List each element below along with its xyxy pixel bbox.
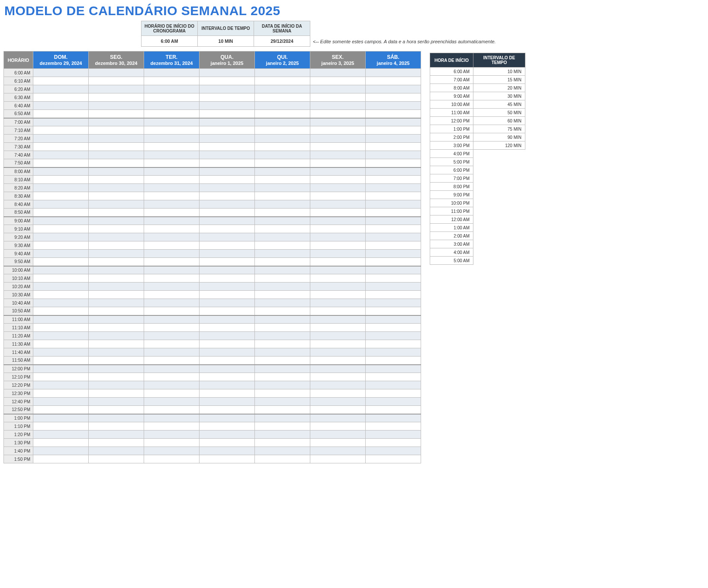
schedule-cell[interactable] — [33, 422, 89, 431]
schedule-cell[interactable] — [310, 266, 366, 274]
schedule-cell[interactable] — [255, 69, 310, 77]
schedule-cell[interactable] — [200, 118, 255, 126]
schedule-cell[interactable] — [200, 258, 255, 266]
schedule-cell[interactable] — [366, 439, 421, 447]
schedule-cell[interactable] — [89, 266, 144, 274]
schedule-cell[interactable] — [366, 307, 421, 315]
schedule-cell[interactable] — [144, 315, 200, 324]
schedule-cell[interactable] — [200, 151, 255, 159]
schedule-cell[interactable] — [89, 192, 144, 200]
schedule-cell[interactable] — [200, 315, 255, 324]
config-value-start-time[interactable]: 6:00 AM — [142, 36, 198, 47]
schedule-cell[interactable] — [33, 135, 89, 143]
schedule-cell[interactable] — [89, 389, 144, 398]
schedule-cell[interactable] — [255, 447, 310, 455]
schedule-cell[interactable] — [33, 398, 89, 406]
schedule-cell[interactable] — [200, 291, 255, 299]
schedule-cell[interactable] — [200, 340, 255, 348]
schedule-cell[interactable] — [200, 348, 255, 357]
schedule-cell[interactable] — [33, 126, 89, 135]
schedule-cell[interactable] — [255, 233, 310, 241]
schedule-cell[interactable] — [200, 192, 255, 200]
schedule-cell[interactable] — [366, 447, 421, 455]
schedule-cell[interactable] — [144, 348, 200, 357]
schedule-cell[interactable] — [33, 167, 89, 176]
schedule-cell[interactable] — [255, 217, 310, 225]
schedule-cell[interactable] — [144, 217, 200, 225]
schedule-cell[interactable] — [33, 217, 89, 225]
schedule-cell[interactable] — [310, 118, 366, 126]
schedule-cell[interactable] — [366, 422, 421, 431]
schedule-cell[interactable] — [33, 209, 89, 217]
schedule-cell[interactable] — [144, 176, 200, 184]
schedule-cell[interactable] — [200, 250, 255, 258]
schedule-cell[interactable] — [200, 167, 255, 176]
schedule-cell[interactable] — [144, 274, 200, 283]
schedule-cell[interactable] — [33, 414, 89, 422]
schedule-cell[interactable] — [310, 69, 366, 77]
schedule-cell[interactable] — [366, 241, 421, 250]
schedule-cell[interactable] — [89, 283, 144, 291]
schedule-cell[interactable] — [33, 447, 89, 455]
schedule-cell[interactable] — [366, 233, 421, 241]
schedule-cell[interactable] — [144, 455, 200, 463]
schedule-cell[interactable] — [310, 422, 366, 431]
schedule-cell[interactable] — [366, 225, 421, 233]
schedule-cell[interactable] — [200, 184, 255, 192]
schedule-cell[interactable] — [255, 192, 310, 200]
schedule-cell[interactable] — [366, 266, 421, 274]
schedule-cell[interactable] — [144, 126, 200, 135]
schedule-cell[interactable] — [366, 85, 421, 93]
schedule-cell[interactable] — [255, 291, 310, 299]
schedule-cell[interactable] — [255, 241, 310, 250]
schedule-cell[interactable] — [310, 348, 366, 357]
schedule-cell[interactable] — [144, 414, 200, 422]
schedule-cell[interactable] — [200, 455, 255, 463]
schedule-cell[interactable] — [366, 373, 421, 381]
schedule-cell[interactable] — [366, 69, 421, 77]
schedule-cell[interactable] — [366, 398, 421, 406]
schedule-cell[interactable] — [200, 159, 255, 167]
schedule-cell[interactable] — [89, 176, 144, 184]
schedule-cell[interactable] — [33, 315, 89, 324]
schedule-cell[interactable] — [200, 102, 255, 110]
schedule-cell[interactable] — [366, 414, 421, 422]
schedule-cell[interactable] — [89, 217, 144, 225]
schedule-cell[interactable] — [144, 365, 200, 373]
schedule-cell[interactable] — [255, 422, 310, 431]
schedule-cell[interactable] — [89, 414, 144, 422]
schedule-cell[interactable] — [144, 200, 200, 209]
schedule-cell[interactable] — [255, 299, 310, 307]
schedule-cell[interactable] — [255, 118, 310, 126]
schedule-cell[interactable] — [255, 373, 310, 381]
schedule-cell[interactable] — [33, 69, 89, 77]
schedule-cell[interactable] — [33, 102, 89, 110]
schedule-cell[interactable] — [144, 307, 200, 315]
schedule-cell[interactable] — [89, 151, 144, 159]
schedule-cell[interactable] — [310, 209, 366, 217]
schedule-cell[interactable] — [366, 340, 421, 348]
schedule-cell[interactable] — [255, 324, 310, 332]
schedule-cell[interactable] — [310, 85, 366, 93]
schedule-cell[interactable] — [310, 167, 366, 176]
schedule-cell[interactable] — [366, 176, 421, 184]
schedule-cell[interactable] — [144, 340, 200, 348]
schedule-cell[interactable] — [366, 135, 421, 143]
schedule-cell[interactable] — [366, 389, 421, 398]
schedule-cell[interactable] — [33, 192, 89, 200]
schedule-cell[interactable] — [310, 455, 366, 463]
schedule-cell[interactable] — [255, 406, 310, 414]
schedule-cell[interactable] — [33, 431, 89, 439]
schedule-cell[interactable] — [310, 143, 366, 151]
schedule-cell[interactable] — [89, 69, 144, 77]
schedule-cell[interactable] — [310, 340, 366, 348]
schedule-cell[interactable] — [144, 192, 200, 200]
schedule-cell[interactable] — [310, 414, 366, 422]
schedule-cell[interactable] — [255, 93, 310, 102]
schedule-cell[interactable] — [255, 258, 310, 266]
schedule-cell[interactable] — [200, 217, 255, 225]
schedule-cell[interactable] — [144, 439, 200, 447]
schedule-cell[interactable] — [310, 102, 366, 110]
schedule-cell[interactable] — [33, 241, 89, 250]
schedule-cell[interactable] — [33, 233, 89, 241]
